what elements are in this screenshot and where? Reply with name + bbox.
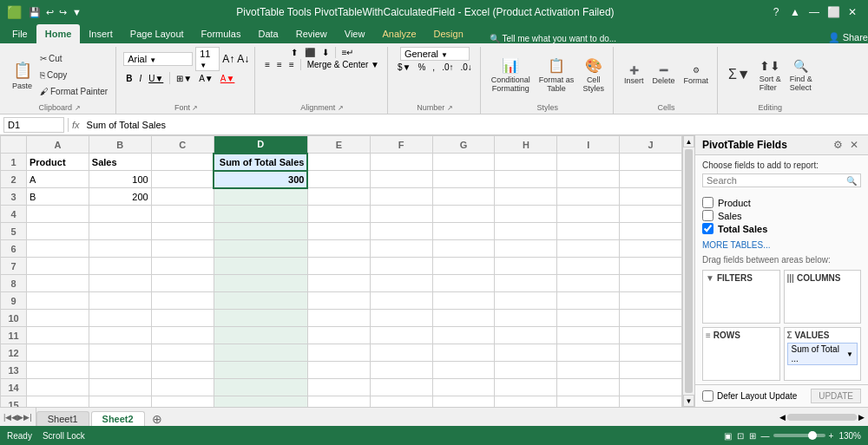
tab-formulas[interactable]: Formulas xyxy=(193,24,250,43)
cell[interactable] xyxy=(89,223,151,240)
pivot-search-input[interactable] xyxy=(707,175,844,186)
cell[interactable] xyxy=(432,223,495,240)
cell[interactable] xyxy=(151,240,214,258)
cell[interactable] xyxy=(557,154,620,171)
cell[interactable] xyxy=(89,379,151,396)
cell[interactable] xyxy=(307,362,370,379)
cell[interactable] xyxy=(557,396,620,408)
cell[interactable] xyxy=(620,327,682,344)
cell[interactable] xyxy=(370,327,432,344)
cell[interactable] xyxy=(151,188,214,206)
cell[interactable] xyxy=(620,223,682,240)
pivot-values-item[interactable]: Sum of Total ... ▼ xyxy=(787,343,858,365)
number-format-select[interactable]: General ▼ xyxy=(400,47,470,61)
cell[interactable] xyxy=(557,379,620,396)
cell[interactable] xyxy=(495,379,557,396)
row-number-15[interactable]: 15 xyxy=(1,396,27,408)
cell[interactable] xyxy=(495,396,557,408)
underline-button[interactable]: U▼ xyxy=(146,73,166,84)
cell[interactable]: Product xyxy=(27,154,89,171)
cell[interactable] xyxy=(620,240,682,258)
cell[interactable] xyxy=(370,396,432,408)
cell[interactable] xyxy=(151,258,214,275)
minimize-btn[interactable]: — xyxy=(806,3,823,21)
cell[interactable] xyxy=(214,396,307,408)
vertical-scrollbar[interactable]: ▲ ▼ xyxy=(682,135,694,407)
align-right-btn[interactable]: ≡ xyxy=(286,59,297,70)
comma-btn[interactable]: , xyxy=(430,62,437,73)
font-name-select[interactable]: Arial ▼ xyxy=(123,52,193,66)
row-number-5[interactable]: 5 xyxy=(1,223,27,240)
cell[interactable] xyxy=(557,188,620,206)
paste-button[interactable]: 📋 Paste xyxy=(9,50,36,101)
cell[interactable] xyxy=(307,292,370,310)
cell[interactable]: A xyxy=(27,171,89,188)
cell[interactable] xyxy=(620,344,682,362)
row-number-6[interactable]: 6 xyxy=(1,240,27,258)
row-number-2[interactable]: 2 xyxy=(1,171,27,188)
cell[interactable] xyxy=(557,240,620,258)
cell[interactable] xyxy=(214,292,307,310)
col-header-i[interactable]: I xyxy=(557,136,620,154)
cell[interactable] xyxy=(151,379,214,396)
row-number-12[interactable]: 12 xyxy=(1,344,27,362)
tab-design[interactable]: Design xyxy=(425,24,472,43)
cell[interactable] xyxy=(370,188,432,206)
cell[interactable] xyxy=(495,362,557,379)
conditional-formatting-btn[interactable]: 📊 ConditionalFormatting xyxy=(488,50,534,101)
cell[interactable] xyxy=(89,258,151,275)
cell[interactable] xyxy=(495,344,557,362)
values-item-dropdown[interactable]: ▼ xyxy=(846,350,853,358)
cell[interactable] xyxy=(432,206,495,223)
view-page-break-btn[interactable]: ⊞ xyxy=(749,431,756,441)
cell[interactable] xyxy=(432,171,495,188)
cell[interactable] xyxy=(89,396,151,408)
cell[interactable] xyxy=(557,327,620,344)
cell[interactable] xyxy=(370,379,432,396)
undo-qa-btn[interactable]: ↩ xyxy=(44,5,56,20)
view-layout-btn[interactable]: ⊡ xyxy=(737,431,744,441)
restore-btn[interactable]: ⬜ xyxy=(825,3,842,21)
tab-data[interactable]: Data xyxy=(249,24,286,43)
redo-qa-btn[interactable]: ↪ xyxy=(57,5,69,20)
cell[interactable] xyxy=(557,171,620,188)
cell[interactable] xyxy=(214,379,307,396)
tab-view[interactable]: View xyxy=(336,24,374,43)
cell[interactable] xyxy=(432,240,495,258)
cell[interactable] xyxy=(214,240,307,258)
bold-button[interactable]: B xyxy=(123,73,135,84)
cell[interactable] xyxy=(620,310,682,327)
cell[interactable] xyxy=(432,275,495,292)
cell[interactable] xyxy=(370,310,432,327)
cell[interactable] xyxy=(27,258,89,275)
insert-btn[interactable]: ➕Insert xyxy=(621,50,648,101)
sort-filter-btn[interactable]: ⬆⬇Sort &Filter xyxy=(756,50,785,101)
cell[interactable] xyxy=(557,223,620,240)
cell[interactable] xyxy=(620,154,682,171)
cell[interactable] xyxy=(27,396,89,408)
sheet-tab-sheet1[interactable]: Sheet1 xyxy=(36,411,89,426)
row-number-1[interactable]: 1 xyxy=(1,154,27,171)
delete-btn[interactable]: ➖Delete xyxy=(648,50,678,101)
tab-home[interactable]: Home xyxy=(36,24,81,43)
cell[interactable] xyxy=(27,379,89,396)
cell[interactable] xyxy=(370,258,432,275)
cell[interactable] xyxy=(432,258,495,275)
cell[interactable] xyxy=(307,344,370,362)
pivot-field-total-sales[interactable]: Total Sales xyxy=(702,222,861,235)
cell[interactable] xyxy=(370,240,432,258)
cell[interactable]: Sum of Total Sales xyxy=(214,154,307,171)
wrap-text-btn[interactable]: ≡↵ xyxy=(339,47,357,58)
align-top-btn[interactable]: ⬆ xyxy=(288,47,300,58)
cell[interactable] xyxy=(495,310,557,327)
cell-styles-btn[interactable]: 🎨 CellStyles xyxy=(579,50,608,101)
cell[interactable] xyxy=(495,154,557,171)
cell[interactable] xyxy=(89,275,151,292)
pivot-more-tables-link[interactable]: MORE TABLES... xyxy=(695,239,868,252)
cell[interactable] xyxy=(557,310,620,327)
font-color-btn[interactable]: A▼ xyxy=(218,73,238,84)
cell[interactable] xyxy=(151,223,214,240)
cell[interactable] xyxy=(620,396,682,408)
col-header-a[interactable]: A xyxy=(27,136,89,154)
cell[interactable] xyxy=(620,379,682,396)
